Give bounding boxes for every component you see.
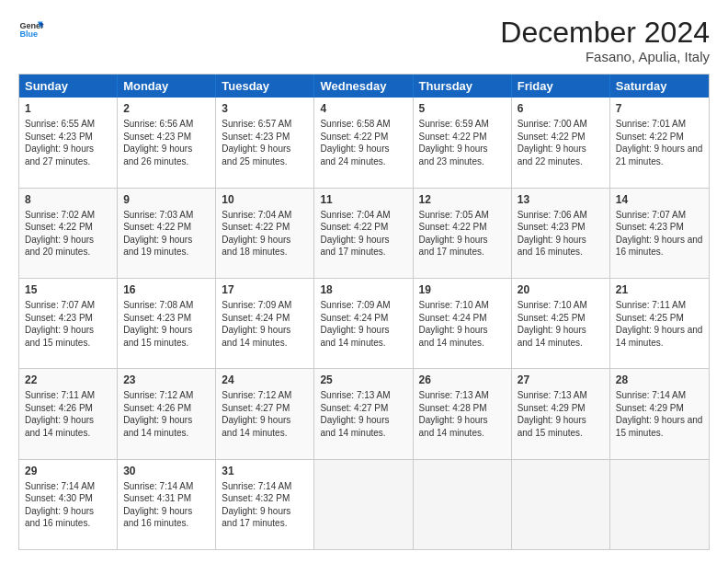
day-number: 7	[616, 101, 703, 116]
day-number: 22	[25, 373, 111, 387]
calendar-row-4: 29Sunrise: 7:14 AMSunset: 4:30 PMDayligh…	[19, 459, 709, 549]
day-number: 3	[222, 101, 308, 116]
day-number: 12	[419, 192, 506, 207]
day-cell-31: 31Sunrise: 7:14 AMSunset: 4:32 PMDayligh…	[216, 460, 314, 549]
page: General Blue December 2024 Fasano, Apuli…	[0, 0, 728, 563]
day-info: Sunrise: 7:04 AMSunset: 4:22 PMDaylight:…	[222, 210, 291, 258]
day-number: 24	[222, 373, 308, 387]
day-info: Sunrise: 7:13 AMSunset: 4:28 PMDaylight:…	[419, 390, 489, 438]
day-info: Sunrise: 7:10 AMSunset: 4:24 PMDaylight:…	[419, 300, 489, 348]
calendar: SundayMondayTuesdayWednesdayThursdayFrid…	[18, 74, 710, 550]
day-number: 25	[320, 373, 406, 387]
day-cell-27: 27Sunrise: 7:13 AMSunset: 4:29 PMDayligh…	[512, 369, 610, 458]
title-block: December 2024 Fasano, Apulia, Italy	[500, 17, 710, 64]
day-cell-3: 3Sunrise: 6:57 AMSunset: 4:23 PMDaylight…	[216, 98, 314, 187]
day-cell-4: 4Sunrise: 6:58 AMSunset: 4:22 PMDaylight…	[314, 98, 413, 187]
day-cell-24: 24Sunrise: 7:12 AMSunset: 4:27 PMDayligh…	[216, 369, 314, 458]
header-day-tuesday: Tuesday	[216, 75, 314, 98]
day-number: 26	[419, 373, 506, 387]
day-info: Sunrise: 7:09 AMSunset: 4:24 PMDaylight:…	[320, 300, 390, 348]
day-cell-12: 12Sunrise: 7:05 AMSunset: 4:22 PMDayligh…	[414, 189, 512, 278]
day-info: Sunrise: 7:14 AMSunset: 4:30 PMDaylight:…	[25, 481, 95, 529]
day-info: Sunrise: 7:09 AMSunset: 4:24 PMDaylight:…	[222, 300, 291, 348]
day-number: 10	[222, 192, 308, 207]
day-number: 1	[25, 101, 111, 116]
day-number: 28	[616, 373, 703, 387]
logo: General Blue	[18, 17, 44, 42]
day-number: 20	[518, 282, 604, 297]
day-number: 6	[518, 101, 604, 116]
day-info: Sunrise: 7:14 AMSunset: 4:32 PMDaylight:…	[222, 481, 291, 529]
empty-cell	[414, 460, 512, 549]
day-number: 8	[25, 192, 111, 207]
location: Fasano, Apulia, Italy	[500, 49, 710, 64]
day-number: 30	[123, 464, 210, 478]
day-cell-15: 15Sunrise: 7:07 AMSunset: 4:23 PMDayligh…	[19, 279, 118, 368]
day-info: Sunrise: 7:07 AMSunset: 4:23 PMDaylight:…	[25, 300, 95, 348]
day-info: Sunrise: 7:13 AMSunset: 4:27 PMDaylight:…	[320, 390, 390, 438]
day-number: 13	[518, 192, 604, 207]
day-cell-16: 16Sunrise: 7:08 AMSunset: 4:23 PMDayligh…	[118, 279, 216, 368]
day-info: Sunrise: 7:05 AMSunset: 4:22 PMDaylight:…	[419, 210, 489, 258]
day-info: Sunrise: 7:10 AMSunset: 4:25 PMDaylight:…	[518, 300, 587, 348]
day-cell-19: 19Sunrise: 7:10 AMSunset: 4:24 PMDayligh…	[414, 279, 512, 368]
header-day-monday: Monday	[118, 75, 216, 98]
calendar-body: 1Sunrise: 6:55 AMSunset: 4:23 PMDaylight…	[19, 98, 709, 549]
day-info: Sunrise: 7:06 AMSunset: 4:23 PMDaylight:…	[518, 210, 587, 258]
month-title: December 2024	[500, 17, 710, 49]
day-cell-14: 14Sunrise: 7:07 AMSunset: 4:23 PMDayligh…	[610, 189, 709, 278]
header-day-wednesday: Wednesday	[314, 75, 413, 98]
day-number: 14	[616, 192, 703, 207]
day-number: 31	[222, 464, 308, 478]
day-info: Sunrise: 6:55 AMSunset: 4:23 PMDaylight:…	[25, 119, 95, 167]
day-cell-22: 22Sunrise: 7:11 AMSunset: 4:26 PMDayligh…	[19, 369, 118, 458]
day-cell-1: 1Sunrise: 6:55 AMSunset: 4:23 PMDaylight…	[19, 98, 118, 187]
day-number: 27	[518, 373, 604, 387]
day-cell-26: 26Sunrise: 7:13 AMSunset: 4:28 PMDayligh…	[414, 369, 512, 458]
calendar-row-2: 15Sunrise: 7:07 AMSunset: 4:23 PMDayligh…	[19, 278, 709, 368]
day-info: Sunrise: 6:58 AMSunset: 4:22 PMDaylight:…	[320, 119, 390, 167]
day-info: Sunrise: 7:01 AMSunset: 4:22 PMDaylight:…	[616, 119, 703, 167]
day-cell-5: 5Sunrise: 6:59 AMSunset: 4:22 PMDaylight…	[414, 98, 512, 187]
day-cell-18: 18Sunrise: 7:09 AMSunset: 4:24 PMDayligh…	[314, 279, 413, 368]
day-cell-13: 13Sunrise: 7:06 AMSunset: 4:23 PMDayligh…	[512, 189, 610, 278]
day-number: 19	[419, 282, 506, 297]
day-info: Sunrise: 6:56 AMSunset: 4:23 PMDaylight:…	[123, 119, 193, 167]
day-cell-9: 9Sunrise: 7:03 AMSunset: 4:22 PMDaylight…	[118, 189, 216, 278]
day-number: 29	[25, 464, 111, 478]
svg-text:Blue: Blue	[19, 29, 38, 39]
day-cell-10: 10Sunrise: 7:04 AMSunset: 4:22 PMDayligh…	[216, 189, 314, 278]
day-info: Sunrise: 7:14 AMSunset: 4:31 PMDaylight:…	[123, 481, 193, 529]
header-day-saturday: Saturday	[610, 75, 709, 98]
day-info: Sunrise: 7:14 AMSunset: 4:29 PMDaylight:…	[616, 390, 703, 438]
day-cell-6: 6Sunrise: 7:00 AMSunset: 4:22 PMDaylight…	[512, 98, 610, 187]
day-number: 2	[123, 101, 210, 116]
day-cell-8: 8Sunrise: 7:02 AMSunset: 4:22 PMDaylight…	[19, 189, 118, 278]
day-number: 23	[123, 373, 210, 387]
header-day-friday: Friday	[512, 75, 610, 98]
day-info: Sunrise: 6:57 AMSunset: 4:23 PMDaylight:…	[222, 119, 291, 167]
day-info: Sunrise: 7:11 AMSunset: 4:25 PMDaylight:…	[616, 300, 703, 348]
empty-cell	[512, 460, 610, 549]
day-info: Sunrise: 6:59 AMSunset: 4:22 PMDaylight:…	[419, 119, 489, 167]
day-cell-29: 29Sunrise: 7:14 AMSunset: 4:30 PMDayligh…	[19, 460, 118, 549]
day-cell-30: 30Sunrise: 7:14 AMSunset: 4:31 PMDayligh…	[118, 460, 216, 549]
day-number: 17	[222, 282, 308, 297]
day-number: 16	[123, 282, 210, 297]
calendar-header: SundayMondayTuesdayWednesdayThursdayFrid…	[19, 75, 709, 98]
day-cell-2: 2Sunrise: 6:56 AMSunset: 4:23 PMDaylight…	[118, 98, 216, 187]
day-info: Sunrise: 7:12 AMSunset: 4:27 PMDaylight:…	[222, 390, 291, 438]
day-number: 11	[320, 192, 406, 207]
day-info: Sunrise: 7:07 AMSunset: 4:23 PMDaylight:…	[616, 210, 703, 258]
day-info: Sunrise: 7:04 AMSunset: 4:22 PMDaylight:…	[320, 210, 390, 258]
day-number: 5	[419, 101, 506, 116]
header-day-thursday: Thursday	[414, 75, 512, 98]
day-cell-7: 7Sunrise: 7:01 AMSunset: 4:22 PMDaylight…	[610, 98, 709, 187]
day-info: Sunrise: 7:02 AMSunset: 4:22 PMDaylight:…	[25, 210, 95, 258]
day-cell-11: 11Sunrise: 7:04 AMSunset: 4:22 PMDayligh…	[314, 189, 413, 278]
calendar-row-1: 8Sunrise: 7:02 AMSunset: 4:22 PMDaylight…	[19, 188, 709, 278]
day-cell-20: 20Sunrise: 7:10 AMSunset: 4:25 PMDayligh…	[512, 279, 610, 368]
day-cell-28: 28Sunrise: 7:14 AMSunset: 4:29 PMDayligh…	[610, 369, 709, 458]
header: General Blue December 2024 Fasano, Apuli…	[18, 17, 710, 64]
day-info: Sunrise: 7:12 AMSunset: 4:26 PMDaylight:…	[123, 390, 193, 438]
